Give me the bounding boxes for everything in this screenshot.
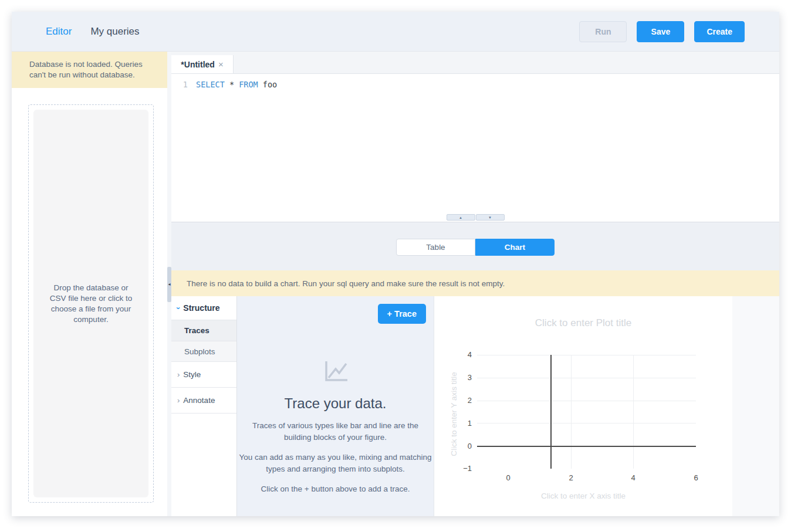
nav-traces[interactable]: Traces [171,320,236,341]
header-actions: Run Save Create [579,21,779,42]
traces-panel: + Trace Trace your data. Traces of vario… [237,296,434,516]
code-line: 1 SELECT * FROM foo [171,79,779,90]
nav-subplots-label: Subplots [184,347,215,356]
collapse-left-icon: ◂ [168,282,170,287]
line-number: 1 [171,79,188,90]
resize-up-button[interactable]: ▲ [447,214,475,221]
app-header: Editor My queries Run Save Create [12,12,779,52]
y-tick-label: 3 [434,373,472,382]
chevron-down-icon: › [174,307,183,309]
x-axis-title-placeholder[interactable]: Click to enter X axis title [434,492,732,500]
y-tick-label: 2 [434,396,472,405]
add-trace-button[interactable]: + Trace [378,304,426,324]
nav-annotate-label: Annotate [183,396,215,405]
sql-keyword: FROM [239,80,258,89]
empty-state-paragraph: You can add as many as you like, mixing … [239,452,432,475]
sql-table-name: foo [263,80,277,89]
traces-empty-state: Trace your data. Traces of various types… [237,296,434,495]
sql-operator: * [229,80,234,89]
gridline [477,423,696,423]
y-tick-label: −1 [434,464,472,473]
nav-my-queries[interactable]: My queries [90,26,139,38]
x-tick-label: 6 [684,473,708,482]
tab-untitled[interactable]: *Untitled × [171,55,234,73]
gridline [477,401,696,401]
arrow-up-icon: ▲ [459,216,462,219]
y-zero-line [477,446,696,447]
plot-title-placeholder[interactable]: Click to enter Plot title [434,317,732,329]
app-window: Editor My queries Run Save Create Databa… [12,12,779,516]
chevron-right-icon: › [177,396,180,405]
y-tick-label: 4 [434,350,472,360]
save-button[interactable]: Save [637,21,684,42]
file-dropzone[interactable]: Drop the database or CSV file here or cl… [28,104,154,503]
x-tick-label: 0 [496,473,520,482]
x-tick-label: 2 [559,473,583,482]
nav-structure-label: Structure [183,303,219,313]
nav-annotate[interactable]: › Annotate [171,388,236,414]
nav-structure[interactable]: › Structure [171,296,236,320]
database-warning: Database is not loaded. Queries can't be… [12,52,167,88]
gridline [633,355,634,469]
query-tabbar: *Untitled × [171,52,779,74]
empty-state-paragraph: Traces of various types like bar and lin… [239,420,432,443]
tab-title: *Untitled [181,60,215,69]
gridline [571,355,572,469]
empty-state-paragraph: Click on the + button above to add a tra… [239,483,432,495]
sidebar-gutter: ◂ [167,52,171,516]
empty-state-title: Trace your data. [237,395,434,412]
arrow-down-icon: ▼ [488,216,492,219]
builder-nav: › Structure Traces Subplots › Style › [171,296,237,516]
sidebar-collapse-handle[interactable]: ◂ [167,267,171,302]
nav-style[interactable]: › Style [171,362,236,388]
gridline [477,355,696,355]
pane-resize-strip: ▲ ▼ [171,214,779,222]
dropzone-label: Drop the database or CSV file here or cl… [33,283,148,325]
nav-style-label: Style [183,370,201,379]
toggle-table-button[interactable]: Table [396,239,475,256]
chart-no-data-warning: There is no data to build a chart. Run y… [171,270,779,296]
chevron-right-icon: › [177,370,180,379]
chart-builder: › Structure Traces Subplots › Style › [171,296,779,516]
nav-traces-label: Traces [184,326,209,335]
database-sidebar: Database is not loaded. Queries can't be… [12,52,167,516]
results-toolbar: Table Chart [171,222,779,270]
header-nav: Editor My queries [12,26,140,38]
view-toggle: Table Chart [396,239,555,256]
tab-close-icon[interactable]: × [218,59,224,69]
run-button[interactable]: Run [579,21,627,42]
sql-keyword: SELECT [196,80,225,89]
create-button[interactable]: Create [694,21,745,42]
y-tick-label: 1 [434,419,472,428]
line-chart-icon [322,358,350,384]
plot-region [477,355,696,469]
file-dropzone-inner[interactable]: Drop the database or CSV file here or cl… [33,110,148,497]
x-tick-label: 4 [621,473,645,482]
y-tick-label: 0 [434,442,472,451]
sql-code[interactable]: SELECT * FROM foo [188,79,277,90]
sql-editor[interactable]: 1 SELECT * FROM foo [171,74,779,214]
nav-editor[interactable]: Editor [46,26,72,38]
plot-surface: Click to enter Plot title Click to enter… [434,296,732,516]
nav-subplots[interactable]: Subplots [171,341,236,362]
gridline [477,378,696,378]
toggle-chart-button[interactable]: Chart [475,239,555,256]
x-zero-line [550,355,552,469]
resize-down-button[interactable]: ▼ [476,214,505,221]
plot-preview-panel: Click to enter Plot title Click to enter… [434,296,779,516]
